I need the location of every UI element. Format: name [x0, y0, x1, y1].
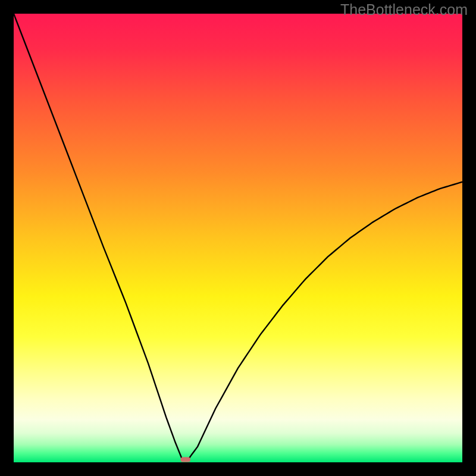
gradient-background	[14, 14, 462, 462]
chart-svg	[14, 14, 462, 462]
watermark-text: TheBottleneck.com	[340, 1, 468, 18]
chart-frame: TheBottleneck.com	[0, 0, 476, 476]
chart-plot-area	[14, 14, 462, 462]
minimum-marker	[180, 457, 190, 462]
